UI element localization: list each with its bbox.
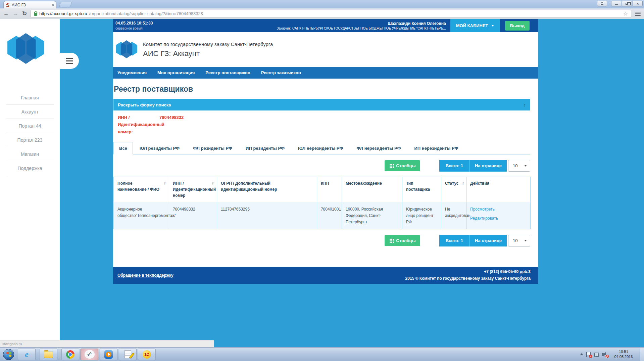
show-desktop-button[interactable] [640, 348, 644, 361]
per-page-select[interactable]: 10 [508, 160, 530, 172]
taskbar-item-1c[interactable]: 1С [138, 349, 156, 360]
header-location: Местонахождение [342, 177, 402, 202]
tab-all[interactable]: Все [113, 142, 133, 154]
person-icon [600, 2, 604, 5]
header-label: КПП [321, 181, 329, 186]
browser-menu-icon[interactable] [635, 12, 641, 16]
restore-button[interactable] [622, 1, 632, 6]
search-form-toggle-bar[interactable]: Раскрыть форму поиска ↕ [113, 99, 530, 110]
view-link[interactable]: Просмотреть [470, 206, 528, 213]
alert-badge: × [589, 355, 592, 358]
network-icon[interactable] [594, 353, 599, 357]
sort-icon[interactable]: ↓↑ [164, 180, 166, 186]
server-datetime: 04.05.2016 10:51:33 [115, 21, 153, 26]
nav-item-customer-registry[interactable]: Реестр заказчиков [257, 70, 305, 75]
taskbar-item-notepad[interactable] [119, 349, 137, 360]
sidebar-item-account[interactable]: Аккаунт [6, 105, 54, 119]
browser-tab[interactable]: АИС ГЗ × [3, 1, 56, 8]
forward-icon[interactable]: → [13, 11, 18, 16]
browser-status-bar: startgosb.ru [0, 340, 214, 347]
internet-explorer-icon: e [25, 350, 29, 358]
bookmark-star-icon[interactable]: ☆ [623, 11, 628, 16]
footer-contacts: +7 (812) 655-05-60 доб.3 2015 © Комитет … [405, 269, 531, 282]
status-url-text: startgosb.ru [2, 342, 22, 346]
taskbar-item-media-player[interactable] [100, 349, 117, 360]
action-center-flag-icon[interactable]: × [586, 352, 591, 357]
aisgz-logo [115, 37, 138, 62]
browser-profile-button[interactable] [597, 1, 607, 6]
columns-button[interactable]: Столбцы [385, 235, 420, 246]
sidebar-item-shop[interactable]: Магазин [6, 147, 54, 161]
minimize-button[interactable] [611, 1, 621, 6]
tab-ul-residents[interactable]: ЮЛ резиденты РФ [133, 142, 186, 154]
cell-actions: Просмотреть Редактировать [466, 202, 531, 229]
header-label: Статус [445, 181, 458, 186]
per-page-value: 10 [513, 238, 517, 243]
nav-item-notifications[interactable]: Уведомления [113, 70, 151, 75]
header-label: Тип поставщика [406, 181, 430, 192]
taskbar-item-chrome[interactable] [61, 349, 79, 360]
cell-location: 190000, Российская Федерация, Санкт-Пете… [342, 202, 402, 229]
resize-updown-icon[interactable]: ↕ [524, 102, 526, 107]
sort-icon[interactable]: ↓↑ [212, 180, 214, 186]
tab-fl-residents[interactable]: ФЛ резиденты РФ [186, 142, 239, 154]
app-name: АИС ГЗ: Аккаунт [143, 49, 273, 58]
tab-ul-nonresidents[interactable]: ЮЛ нерезиденты РФ [291, 142, 350, 154]
taskbar-item-snipping-tool[interactable]: ✂ [81, 349, 98, 360]
header-inn[interactable]: ↓↑ ИНН / Идентификационный номер [169, 177, 217, 202]
server-time-block: 04.05.2016 10:51:33 серверное время [115, 19, 153, 32]
edit-link[interactable]: Редактировать [470, 215, 528, 222]
columns-button-label: Столбцы [396, 238, 415, 243]
header-kpp: КПП [317, 177, 342, 202]
url-bar[interactable]: https://account.gz-spb.ru /organization/… [31, 10, 631, 18]
logout-button[interactable]: Выход [505, 21, 530, 31]
org-name: Комитет по государственному заказу Санкт… [143, 41, 273, 47]
page-header: Комитет по государственному заказу Санкт… [113, 32, 538, 67]
support-link[interactable]: Обращение в техподдержку [117, 273, 174, 278]
taskbar-clock[interactable]: 10:51 04.05.2016 [613, 349, 634, 360]
sort-icon[interactable]: ↓↑ [461, 180, 463, 186]
close-button[interactable]: × [633, 1, 643, 6]
header-titles: Комитет по государственному заказу Санкт… [143, 41, 273, 58]
screen: АИС ГЗ × × ← → ↻ https://account.gz-spb.… [0, 0, 644, 361]
nav-item-my-organization[interactable]: Моя организация [153, 70, 199, 75]
nav-item-supplier-registry[interactable]: Реестр поставщиков [201, 70, 254, 75]
sidebar-item-portal223[interactable]: Портал 223 [6, 133, 54, 147]
cell-full-name: Акционерное общество"Теплоэнергомонтаж" [114, 202, 169, 229]
start-button[interactable] [3, 349, 14, 360]
sidebar-item-portal44[interactable]: Портал 44 [6, 119, 54, 133]
new-tab-button[interactable] [59, 2, 72, 7]
search-form-toggle-link[interactable]: Раскрыть форму поиска [118, 102, 171, 107]
tab-fl-nonresidents[interactable]: ФЛ нерезиденты РФ [350, 142, 407, 154]
hidden-icons-chevron[interactable] [580, 353, 583, 355]
header-actions: Действия [466, 177, 531, 202]
per-page-label: На странице [470, 235, 507, 246]
header-full-name[interactable]: ↓↑ Полное наименование / ФИО [114, 177, 169, 202]
tab-close-icon[interactable]: × [51, 2, 54, 7]
chevron-down-icon [524, 240, 527, 241]
per-page-select[interactable]: 10 [508, 235, 530, 246]
sidebar-toggle-button[interactable] [60, 53, 79, 69]
header-ogrn: ОГРН / Дополнительный идентификационный … [217, 177, 317, 202]
reload-icon[interactable]: ↻ [22, 11, 27, 16]
sidebar-item-home[interactable]: Главная [6, 91, 54, 105]
header-label: ИНН / Идентификационный номер [173, 181, 216, 198]
sidebar-item-support[interactable]: Поддержка [6, 161, 54, 175]
tab-ip-nonresidents[interactable]: ИП нерезиденты РФ [407, 142, 465, 154]
taskbar-item-explorer[interactable] [40, 349, 57, 360]
customer-line: Заказчик: САНКТ-ПЕТЕРБУРГСКОЕ ГОСУДАРСТВ… [277, 26, 446, 31]
cell-status: Не аккредитован [441, 202, 466, 229]
columns-button[interactable]: Столбцы [385, 160, 420, 171]
per-page-value: 10 [513, 163, 517, 168]
my-cabinet-button[interactable]: МОЙ КАБИНЕТ [450, 19, 500, 32]
volume-icon[interactable]: ⃠ [602, 352, 607, 357]
hamburger-icon [66, 58, 73, 64]
supplier-type-tabs: Все ЮЛ резиденты РФ ФЛ резиденты РФ ИП р… [113, 142, 530, 154]
main-nav: Уведомления Моя организация Реестр поста… [113, 67, 538, 79]
taskbar-item-internet-explorer[interactable]: e [18, 349, 36, 360]
back-icon[interactable]: ← [3, 11, 9, 16]
tab-ip-residents[interactable]: ИП резиденты РФ [239, 142, 291, 154]
chevron-down-icon [491, 25, 494, 27]
header-status[interactable]: ↓↑ Статус [441, 177, 466, 202]
restore-icon [626, 3, 628, 5]
